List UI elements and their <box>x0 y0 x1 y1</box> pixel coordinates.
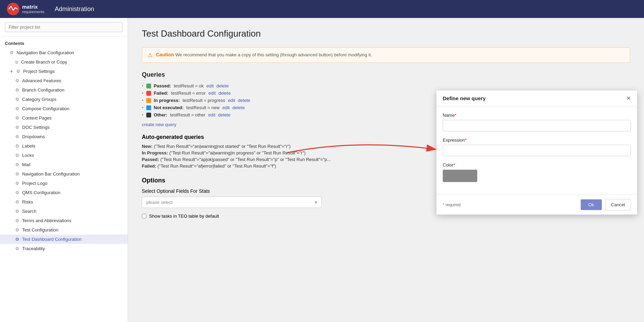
chevron-down-icon: ▼ <box>10 69 13 74</box>
gear-icon-16: ⚙ <box>15 199 19 205</box>
delete-notexecuted-link[interactable]: delete <box>232 105 245 110</box>
sidebar-item-dropdowns[interactable]: ⚙ Dropdowns <box>0 132 128 141</box>
sidebar-item-qms-configuration[interactable]: ⚙ QMS Configuration <box>0 188 128 197</box>
caution-title: Caution <box>156 52 174 57</box>
gear-icon: ⚙ <box>10 50 14 55</box>
show-tasks-label: Show tasks in TEO table by default <box>149 214 219 219</box>
query-expr-failed: testResult = error <box>171 91 205 96</box>
name-label: Name* <box>443 113 631 118</box>
sidebar-item-traceability[interactable]: ⚙ Traceability <box>0 244 128 253</box>
sidebar-item-context-pages[interactable]: ⚙ Context Pages <box>0 113 128 123</box>
bullet: • <box>142 112 144 117</box>
name-form-group: Name* <box>443 113 631 131</box>
gear-icon-13: ⚙ <box>15 171 19 177</box>
expression-input[interactable] <box>443 145 631 156</box>
query-label-other: Other: <box>154 112 167 117</box>
gear-icon-21: ⚙ <box>15 246 19 251</box>
sidebar-item-labels[interactable]: ⚙ Labels <box>0 141 128 151</box>
gear-icon-14: ⚙ <box>15 181 19 186</box>
color-picker-button[interactable] <box>443 170 477 182</box>
color-form-group: Color* <box>443 162 631 182</box>
sidebar-item-category-groups[interactable]: ⚙ Category Groups <box>0 95 128 104</box>
caution-icon: ⚠ <box>148 52 153 58</box>
gear-icon-2: ⚙ <box>16 69 20 74</box>
sidebar: Contents ⚙ Navigation Bar Configuration … <box>0 18 128 322</box>
gear-icon-12: ⚙ <box>15 162 19 167</box>
dialog-header: Define new query ✕ <box>436 91 637 106</box>
sidebar-item-locks[interactable]: ⚙ Locks <box>0 151 128 160</box>
ok-button[interactable]: Ok <box>581 199 602 210</box>
create-new-query-link[interactable]: create new query <box>142 122 176 127</box>
color-dot-passed <box>146 84 151 88</box>
sidebar-item-project-logo[interactable]: ⚙ Project Logo <box>0 179 128 188</box>
cancel-button[interactable]: Cancel <box>605 199 631 210</box>
query-expr-notexecuted: testResult = new <box>186 105 220 110</box>
gear-icon-9: ⚙ <box>15 134 19 139</box>
copy-icon: ⧉ <box>15 60 18 65</box>
caution-box: ⚠ Caution We recommend that you make a c… <box>142 47 630 63</box>
sidebar-item-mail[interactable]: ⚙ Mail <box>0 160 128 169</box>
sidebar-item-compose-configuration[interactable]: ⚙ Compose Configuration <box>0 104 128 113</box>
gear-icon-5: ⚙ <box>15 97 19 102</box>
query-label-notexecuted: Not executed: <box>154 105 184 110</box>
delete-inprogress-link[interactable]: delete <box>238 98 250 103</box>
chevron-down-icon-select: ▾ <box>315 200 317 205</box>
query-expr-other: testResult = other <box>170 112 205 117</box>
edit-passed-link[interactable]: edit <box>206 83 214 88</box>
sidebar-item-risks[interactable]: ⚙ Risks <box>0 197 128 207</box>
logo-icon <box>7 3 19 15</box>
queries-title: Queries <box>142 71 630 78</box>
header-title: Administration <box>55 6 94 13</box>
bullet: • <box>142 105 144 110</box>
dialog-close-button[interactable]: ✕ <box>626 96 631 101</box>
color-label: Color* <box>443 162 631 168</box>
required-note: * required <box>443 202 461 207</box>
color-dot-notexecuted <box>146 105 151 110</box>
edit-failed-link[interactable]: edit <box>209 91 216 96</box>
delete-failed-link[interactable]: delete <box>219 91 231 96</box>
gear-icon-20: ⚙ <box>15 237 19 242</box>
bullet: • <box>142 83 144 88</box>
logo-area: matrix requirements <box>7 3 44 15</box>
expression-label: Expression* <box>443 138 631 143</box>
gear-icon-11: ⚙ <box>15 153 19 158</box>
show-tasks-checkbox[interactable] <box>142 214 146 218</box>
edit-inprogress-link[interactable]: edit <box>228 98 235 103</box>
gear-icon-6: ⚙ <box>15 106 19 111</box>
query-label-failed: Failed: <box>154 91 168 96</box>
sidebar-item-test-dashboard-configuration[interactable]: ⚙ Test Dashboard Configuration <box>0 235 128 244</box>
name-input[interactable] <box>443 120 631 131</box>
logo-text: matrix requirements <box>22 4 44 14</box>
gear-icon-18: ⚙ <box>15 218 19 223</box>
edit-notexecuted-link[interactable]: edit <box>222 105 230 110</box>
select-optional-fields[interactable]: please select ▾ <box>142 197 322 208</box>
sidebar-item-terms-and-abbreviations[interactable]: ⚙ Terms and Abbreviations <box>0 216 128 225</box>
expression-form-group: Expression* <box>443 138 631 156</box>
query-item-passed: • Passed: testResult = ok edit delete <box>142 83 630 88</box>
query-label-passed: Passed: <box>154 83 171 88</box>
sidebar-item-nav-bar-config[interactable]: ⚙ Navigation Bar Configuration <box>0 169 128 179</box>
dialog-body: Name* Expression* Color* <box>436 106 637 195</box>
color-dot-other <box>146 113 151 117</box>
gear-icon-4: ⚙ <box>15 87 19 93</box>
edit-other-link[interactable]: edit <box>208 112 215 117</box>
dialog-footer: * required Ok Cancel <box>436 195 637 215</box>
gear-icon-7: ⚙ <box>15 115 19 121</box>
delete-passed-link[interactable]: delete <box>217 83 229 88</box>
main-content: Test Dashboard Configuration ⚠ Caution W… <box>128 18 644 322</box>
filter-input[interactable] <box>5 22 123 32</box>
gear-icon-10: ⚙ <box>15 143 19 149</box>
delete-other-link[interactable]: delete <box>218 112 230 117</box>
sidebar-item-create-branch[interactable]: ⧉ Create Branch or Copy <box>0 57 128 67</box>
sidebar-item-test-configuration[interactable]: ⚙ Test Configuration <box>0 225 128 235</box>
sidebar-item-project-settings[interactable]: ▼ ⚙ Project Settings <box>0 67 128 76</box>
gear-icon-3: ⚙ <box>15 78 19 83</box>
sidebar-item-advanced-features[interactable]: ⚙ Advanced Features <box>0 76 128 85</box>
sidebar-item-doc-settings[interactable]: ⚙ DOC Settings <box>0 123 128 132</box>
color-dot-failed <box>146 91 151 96</box>
sidebar-item-navigation-bar-config-parent[interactable]: ⚙ Navigation Bar Configuration <box>0 48 128 57</box>
filter-area <box>0 18 128 37</box>
sidebar-item-branch-configuration[interactable]: ⚙ Branch Configuration <box>0 85 128 95</box>
gear-icon-19: ⚙ <box>15 227 19 233</box>
sidebar-item-search[interactable]: ⚙ Search <box>0 207 128 216</box>
